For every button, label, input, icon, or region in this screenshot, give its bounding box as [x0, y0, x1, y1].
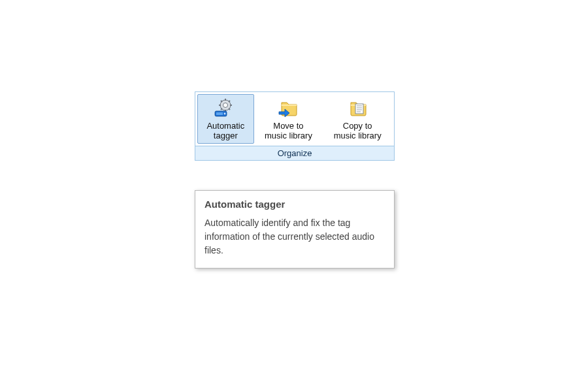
svg-rect-11: [216, 112, 223, 115]
svg-line-7: [221, 108, 222, 110]
svg-line-8: [229, 108, 230, 110]
move-to-library-icon: [276, 97, 300, 120]
svg-rect-13: [355, 104, 363, 114]
ribbon-group-label: Organize: [195, 146, 394, 160]
copy-to-library-icon: [346, 97, 369, 120]
automatic-tagger-icon: [214, 97, 237, 120]
copy-to-library-label: Copy to music library: [334, 121, 382, 140]
tooltip: Automatic tagger Automatically identify …: [195, 190, 395, 269]
move-to-library-label: Move to music library: [265, 121, 312, 140]
tooltip-body: Automatically identify and fix the tag i…: [204, 216, 385, 257]
svg-line-5: [221, 101, 222, 102]
automatic-tagger-label: Automatic tagger: [206, 121, 244, 140]
copy-to-library-button[interactable]: Copy to music library: [323, 94, 392, 144]
tooltip-title: Automatic tagger: [204, 199, 385, 210]
svg-point-9: [223, 103, 228, 108]
svg-point-12: [224, 113, 226, 115]
move-to-library-button[interactable]: Move to music library: [254, 94, 323, 144]
automatic-tagger-button[interactable]: Automatic tagger: [197, 94, 254, 144]
ribbon-button-row: Automatic tagger Move to music librar: [195, 92, 394, 146]
svg-line-6: [229, 101, 230, 102]
ribbon-group-organize: Automatic tagger Move to music librar: [195, 91, 395, 161]
